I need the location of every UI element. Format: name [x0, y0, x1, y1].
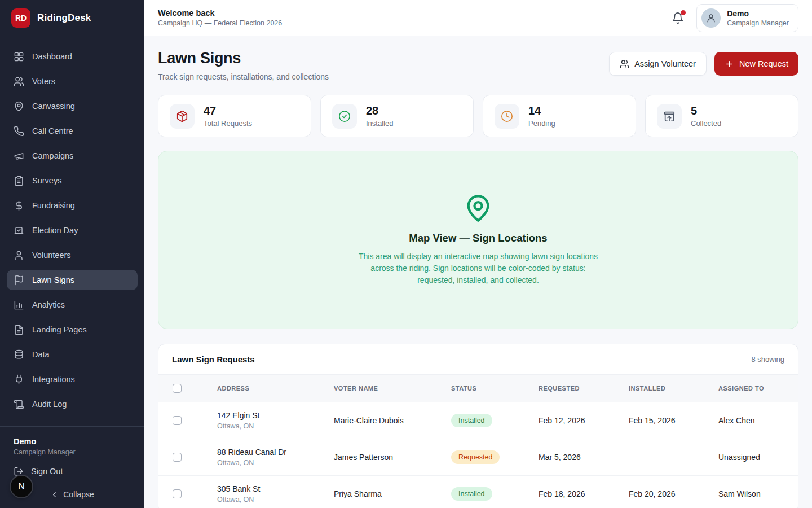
sidebar-item-label: Data	[32, 350, 50, 359]
sidebar-item-landing-pages[interactable]: Landing Pages	[7, 319, 138, 340]
table-header: Lawn Sign Requests 8 showing	[158, 344, 798, 374]
row-city: Ottawa, ON	[217, 422, 329, 430]
notifications-button[interactable]	[672, 12, 684, 24]
sidebar-item-dashboard[interactable]: Dashboard	[7, 46, 138, 67]
sidebar-user-section: Demo Campaign Manager Sign Out	[0, 426, 144, 482]
sidebar-item-surveys[interactable]: Surveys	[7, 170, 138, 191]
sidebar-user-name: Demo	[14, 437, 131, 446]
stat-card-pending: 14Pending	[483, 95, 636, 137]
column-header-installed: Installed	[629, 375, 718, 402]
app-logo: RD	[11, 8, 30, 28]
sidebar-item-label: Campaigns	[32, 151, 73, 160]
user-chip-text: Demo Campaign Manager	[727, 9, 789, 27]
avatar	[701, 8, 721, 28]
main-area: Welcome back Campaign HQ — Federal Elect…	[144, 0, 812, 508]
sidebar-item-analytics[interactable]: Analytics	[7, 295, 138, 315]
row-city: Ottawa, ON	[217, 496, 329, 503]
column-header-voter-name: Voter Name	[334, 375, 451, 402]
sidebar-item-audit-log[interactable]: Audit Log	[7, 394, 138, 414]
dev-badge[interactable]: N	[11, 476, 32, 497]
sidebar-item-fundraising[interactable]: Fundraising	[7, 195, 138, 216]
new-request-label: New Request	[739, 59, 788, 68]
phone-icon	[14, 126, 24, 137]
map-placeholder: Map View — Sign Locations This area will…	[158, 151, 798, 329]
sidebar-nav: DashboardVotersCanvassingCall CentreCamp…	[0, 36, 144, 426]
map-description: This area will display an interactive ma…	[351, 251, 605, 286]
person-icon	[706, 13, 716, 23]
assign-volunteer-button[interactable]: Assign Volunteer	[609, 52, 707, 76]
sidebar-item-campaigns[interactable]: Campaigns	[7, 146, 138, 166]
row-checkbox[interactable]	[173, 489, 182, 498]
dollar-icon	[14, 200, 24, 211]
stat-value: 14	[528, 104, 555, 117]
assign-volunteer-label: Assign Volunteer	[634, 59, 696, 68]
sidebar-item-canvassing[interactable]: Canvassing	[7, 96, 138, 116]
stat-value: 28	[366, 104, 393, 117]
table-row: 142 Elgin StOttawa, ONMarie-Claire Duboi…	[158, 402, 798, 439]
table-body: 142 Elgin StOttawa, ONMarie-Claire Duboi…	[158, 402, 798, 508]
dashboard-icon	[14, 51, 24, 62]
sidebar-item-volunteers[interactable]: Volunteers	[7, 245, 138, 265]
row-installed-date: Feb 15, 2026	[629, 402, 718, 439]
row-voter-name: James Patterson	[334, 439, 451, 476]
logout-icon	[14, 466, 24, 476]
sidebar-item-label: Surveys	[32, 176, 61, 185]
sidebar-item-label: Analytics	[32, 300, 65, 309]
sidebar-item-data[interactable]: Data	[7, 344, 138, 365]
user-chip-role: Campaign Manager	[727, 19, 789, 27]
notification-dot	[681, 10, 686, 15]
user-menu[interactable]: Demo Campaign Manager	[696, 4, 798, 32]
page-title-block: Lawn Signs Track sign requests, installa…	[158, 50, 329, 81]
sidebar-item-label: Canvassing	[32, 102, 75, 111]
clock-icon	[495, 104, 519, 129]
clipboard-icon	[14, 176, 24, 186]
select-all-header	[158, 375, 217, 402]
row-checkbox[interactable]	[173, 416, 182, 425]
megaphone-icon	[14, 151, 24, 161]
select-all-checkbox[interactable]	[173, 384, 182, 393]
users-icon	[620, 59, 629, 69]
stat-label: Pending	[528, 119, 555, 128]
user-icon	[14, 250, 24, 261]
sidebar-item-label: Election Day	[32, 226, 78, 235]
page-subtitle: Track sign requests, installations, and …	[158, 72, 329, 81]
column-header-assigned-to: Assigned To	[718, 375, 798, 402]
sidebar-item-call-centre[interactable]: Call Centre	[7, 121, 138, 141]
sidebar-item-integrations[interactable]: Integrations	[7, 369, 138, 389]
row-checkbox[interactable]	[173, 453, 182, 462]
stat-text: 28Installed	[366, 104, 393, 128]
map-pin-icon	[464, 194, 493, 223]
app-name: RidingDesk	[37, 12, 91, 24]
stat-card-installed: 28Installed	[320, 95, 474, 137]
row-city: Ottawa, ON	[217, 459, 329, 467]
user-chip-name: Demo	[727, 9, 789, 18]
plug-icon	[14, 374, 24, 385]
row-installed-date: —	[629, 439, 718, 476]
sidebar-item-lawn-signs[interactable]: Lawn Signs	[7, 270, 138, 290]
sidebar-item-voters[interactable]: Voters	[7, 71, 138, 91]
table-column-headers: AddressVoter NameStatusRequestedInstalle…	[158, 375, 798, 402]
table-count: 8 showing	[751, 355, 784, 364]
row-installed-date: Feb 20, 2026	[629, 476, 718, 508]
requests-table: AddressVoter NameStatusRequestedInstalle…	[158, 374, 798, 508]
stat-card-collected: 5Collected	[645, 95, 798, 137]
new-request-button[interactable]: New Request	[714, 52, 798, 76]
status-badge: Requested	[451, 450, 500, 464]
row-voter-name: Marie-Claire Dubois	[334, 402, 451, 439]
sign-out-button[interactable]: Sign Out	[14, 466, 131, 476]
column-header-address: Address	[217, 375, 334, 402]
chevron-left-icon	[50, 491, 59, 499]
sign-out-label: Sign Out	[31, 467, 63, 476]
stat-text: 5Collected	[691, 104, 721, 128]
stat-label: Installed	[366, 119, 393, 128]
sidebar-item-election-day[interactable]: Election Day	[7, 220, 138, 240]
row-voter-name: Priya Sharma	[334, 476, 451, 508]
stats-row: 47Total Requests28Installed14Pending5Col…	[158, 95, 798, 137]
sidebar-item-label: Voters	[32, 77, 55, 86]
topbar-right: Demo Campaign Manager	[672, 4, 798, 32]
sidebar: RD RidingDesk DashboardVotersCanvassingC…	[0, 0, 144, 508]
sidebar-item-label: Landing Pages	[32, 325, 87, 334]
status-badge: Installed	[451, 487, 492, 501]
stat-label: Total Requests	[204, 119, 252, 128]
archive-icon	[657, 104, 682, 129]
